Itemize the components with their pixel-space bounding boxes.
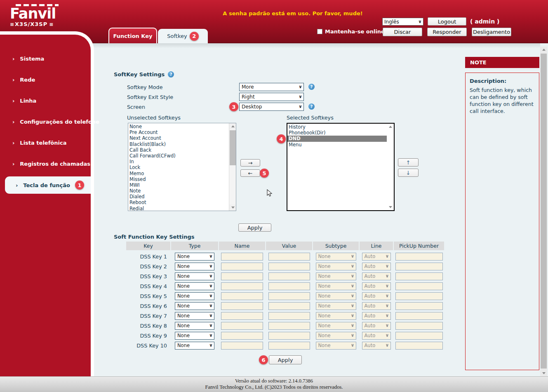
answer-button[interactable]: Responder	[427, 28, 467, 36]
screen-select[interactable]: Desktop ∨	[239, 103, 304, 111]
list-option[interactable]: Redial	[128, 206, 236, 211]
list-option[interactable]: Memo	[128, 171, 236, 176]
keep-online-checkbox[interactable]	[317, 29, 322, 34]
list-option[interactable]: Pre Account	[128, 129, 236, 135]
dss-name-input[interactable]	[221, 282, 263, 290]
dss-pickup-input[interactable]	[395, 282, 443, 290]
dss-pickup-input[interactable]	[395, 342, 443, 350]
softkey-apply-button[interactable]: Apply	[238, 223, 271, 232]
selected-softkeys-listbox[interactable]: History Phonebook(Dir) DND Menu	[287, 123, 395, 211]
list-option[interactable]: Note	[128, 188, 236, 194]
sidebar-item[interactable]: Rede	[0, 69, 91, 90]
dss-type-select[interactable]: None ∨	[175, 292, 214, 300]
dss-pickup-input[interactable]	[395, 292, 443, 300]
sidebar-item[interactable]: Registros de chamadas	[0, 153, 91, 174]
dss-type-select[interactable]: None ∨	[175, 272, 214, 280]
help-icon[interactable]	[308, 103, 315, 110]
move-down-button[interactable]: ↓	[398, 169, 419, 177]
dss-type-select[interactable]: None ∨	[175, 263, 214, 270]
list-option[interactable]: Dialed	[128, 194, 236, 200]
dss-value-input[interactable]	[268, 312, 310, 320]
dss-name-input[interactable]	[221, 312, 263, 320]
list-option[interactable]: DND	[287, 136, 394, 141]
dss-name-input[interactable]	[221, 272, 263, 280]
dss-name-input[interactable]	[221, 253, 263, 261]
dss-name-input[interactable]	[221, 332, 263, 340]
dss-pickup-input[interactable]	[395, 263, 443, 270]
dss-type-select[interactable]: None ∨	[175, 302, 214, 310]
list-option[interactable]: Reboot	[128, 200, 236, 205]
dss-value-input[interactable]	[268, 253, 310, 261]
softkey-exit-style-select[interactable]: Right ∨	[239, 93, 304, 101]
list-option[interactable]: Blacklist(Black)	[128, 141, 236, 147]
move-up-button[interactable]: ↑	[398, 158, 419, 167]
dss-pickup-input[interactable]	[395, 253, 443, 261]
dss-type-select[interactable]: None ∨	[175, 322, 214, 330]
dss-name-input[interactable]	[221, 263, 263, 270]
dss-pickup-input[interactable]	[395, 332, 443, 340]
dss-value-input[interactable]	[268, 282, 310, 290]
softkey-mode-select[interactable]: More ∨	[239, 83, 304, 91]
tab-function-key[interactable]: Function Key	[108, 28, 157, 43]
scrollbar-thumb[interactable]	[541, 54, 547, 369]
dss-value-input[interactable]	[268, 332, 310, 340]
dss-type-select[interactable]: None ∨	[175, 253, 214, 261]
dss-name-input[interactable]	[221, 292, 263, 300]
scroll-up-icon[interactable]	[229, 123, 236, 129]
dss-type-select[interactable]: None ∨	[175, 282, 214, 290]
dial-button[interactable]: Discar	[383, 28, 422, 36]
dss-value-input[interactable]	[268, 342, 310, 350]
chevron-down-icon: ∨	[386, 293, 389, 298]
dss-name-input[interactable]	[221, 302, 263, 310]
scrollbar-thumb[interactable]	[230, 130, 236, 165]
dss-type-select[interactable]: None ∨	[175, 312, 214, 320]
list-option[interactable]: None	[128, 124, 236, 129]
language-select[interactable]: Inglês ∨	[382, 18, 423, 26]
list-option[interactable]: Lock	[128, 164, 236, 170]
logout-button[interactable]: Logout	[428, 17, 466, 26]
scroll-up-icon[interactable]	[540, 47, 547, 53]
help-icon[interactable]	[308, 84, 315, 90]
list-option[interactable]: Missed	[128, 176, 236, 182]
help-icon[interactable]	[168, 71, 174, 77]
tab-softkey[interactable]: Softkey 2	[158, 29, 208, 43]
scroll-down-icon[interactable]	[540, 370, 547, 376]
dss-pickup-input[interactable]	[395, 302, 443, 310]
list-option[interactable]: In	[128, 159, 236, 164]
listbox-scrollbar[interactable]	[387, 124, 394, 210]
dss-type-select[interactable]: None ∨	[175, 332, 214, 340]
dss-value-input[interactable]	[268, 263, 310, 270]
dss-pickup-input[interactable]	[395, 312, 443, 320]
dss-pickup-input[interactable]	[395, 272, 443, 280]
page-scrollbar[interactable]	[540, 47, 547, 376]
hangup-button[interactable]: Desligamento	[472, 28, 511, 36]
dss-type-select[interactable]: None ∨	[175, 342, 214, 350]
dss-pickup-input[interactable]	[395, 322, 443, 330]
dss-value-input[interactable]	[268, 292, 310, 300]
list-option[interactable]: Call Forward(CFwd)	[128, 153, 236, 159]
list-option[interactable]: History	[287, 124, 394, 130]
sidebar-item[interactable]: Linha	[0, 90, 91, 111]
list-option[interactable]: Call Back	[128, 147, 236, 153]
list-option[interactable]: Phonebook(Dir)	[287, 130, 394, 136]
dss-value-input[interactable]	[268, 322, 310, 330]
scroll-up-icon[interactable]	[387, 124, 394, 130]
sidebar-item[interactable]: Tecla de função 1	[5, 176, 91, 194]
move-right-button[interactable]: →	[240, 159, 260, 167]
sidebar-item[interactable]: Configurações do telefone	[0, 111, 91, 132]
list-option[interactable]: MWI	[128, 182, 236, 188]
list-option[interactable]: Menu	[287, 142, 394, 148]
dss-value-input[interactable]	[268, 272, 310, 280]
unselected-softkeys-listbox[interactable]: None Pre Account Next Account Blacklist(…	[128, 123, 236, 211]
sidebar-item[interactable]: Lista telefônica	[0, 132, 91, 153]
dss-apply-button[interactable]: Apply	[269, 355, 302, 364]
listbox-scrollbar[interactable]	[229, 123, 236, 211]
dss-value-input[interactable]	[268, 302, 310, 310]
scroll-down-icon[interactable]	[229, 204, 236, 211]
dss-name-input[interactable]	[221, 342, 263, 350]
scroll-down-icon[interactable]	[387, 204, 394, 210]
sidebar-item[interactable]: Sistema	[0, 48, 91, 69]
dss-name-input[interactable]	[221, 322, 263, 330]
move-left-button[interactable]: ←	[240, 169, 260, 177]
list-option[interactable]: Next Account	[128, 135, 236, 141]
